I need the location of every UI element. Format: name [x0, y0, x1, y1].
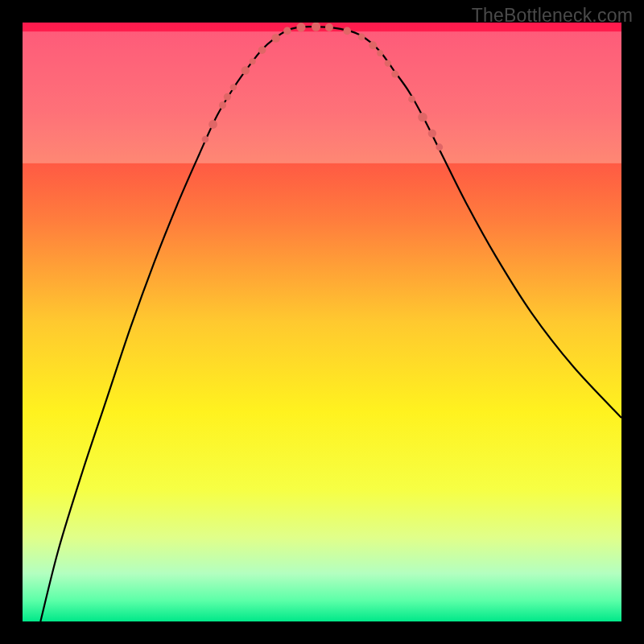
pale-band [23, 31, 621, 163]
marker-dot [224, 93, 231, 101]
marker-dot [377, 50, 383, 56]
marker-dot [436, 143, 443, 151]
marker-dot [250, 58, 256, 64]
marker-dot [408, 96, 415, 103]
marker-dot [418, 113, 427, 122]
marker-dot [343, 27, 351, 35]
outer-frame: TheBottleneck.com [0, 0, 644, 644]
marker-dot [219, 101, 226, 109]
marker-dot [358, 33, 365, 40]
marker-dot [271, 34, 280, 43]
marker-dot [428, 129, 436, 137]
marker-dot [296, 23, 305, 31]
plot-area [23, 23, 621, 621]
marker-dot [258, 46, 266, 54]
marker-dot [283, 27, 291, 35]
chart-svg [23, 23, 621, 621]
watermark-text: TheBottleneck.com [472, 5, 633, 27]
marker-dot [230, 84, 237, 90]
marker-dot [312, 23, 320, 31]
marker-dot [369, 41, 377, 49]
marker-dot [208, 120, 217, 129]
marker-dot [391, 70, 398, 77]
marker-dot [202, 136, 209, 143]
marker-dot [242, 66, 250, 74]
marker-dot [385, 60, 391, 66]
marker-dot [325, 23, 333, 31]
